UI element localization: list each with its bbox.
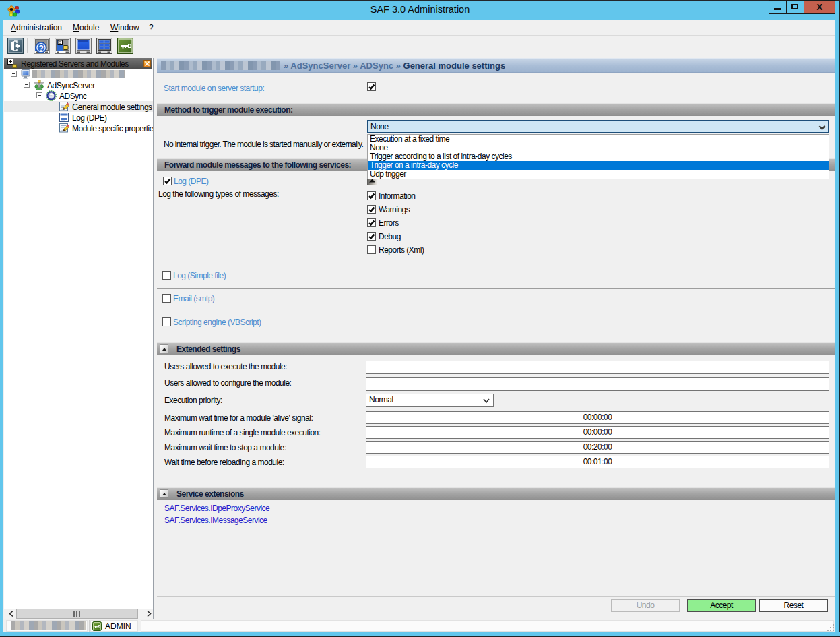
svg-text:?: ? [39, 44, 44, 53]
